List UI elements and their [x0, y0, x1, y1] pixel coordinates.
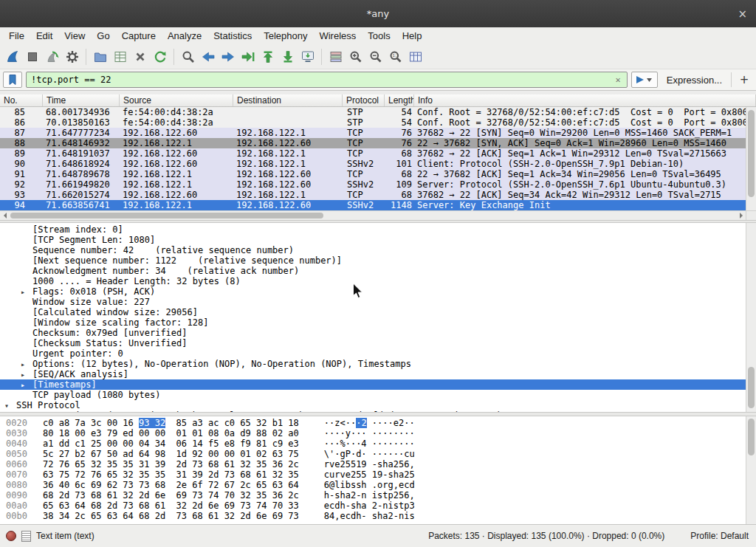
close-window-icon[interactable]: × — [738, 8, 747, 19]
menu-tools[interactable]: Tools — [362, 29, 396, 43]
packet-row-90[interactable]: 9071.648618924192.168.122.60192.168.122.… — [0, 159, 746, 169]
menu-statistics[interactable]: Statistics — [207, 29, 258, 43]
hex-row-0020[interactable]: 0020c0 a8 7a 3c 00 16 93 32 85 a3 ac c0 … — [0, 418, 746, 428]
menu-wireless[interactable]: Wireless — [313, 29, 362, 43]
expander-icon[interactable]: ▸ — [21, 370, 32, 379]
hex-row-00a0[interactable]: 00a065 63 64 68 2d 73 68 61 32 2d 6e 69 … — [0, 500, 746, 511]
detail-vscrollbar[interactable] — [746, 223, 756, 412]
hex-row-00b0[interactable]: 00b038 34 2c 65 63 64 68 2d 73 68 61 32 … — [0, 511, 746, 521]
menu-capture[interactable]: Capture — [116, 29, 162, 43]
stop-capture-button[interactable] — [22, 47, 42, 66]
menu-analyze[interactable]: Analyze — [162, 29, 207, 43]
zoom-out-button[interactable] — [365, 47, 385, 66]
detail-line[interactable]: 1000 .... = Header Length: 32 bytes (8) — [0, 276, 746, 286]
filter-clear-icon[interactable]: ✕ — [614, 75, 622, 85]
detail-line[interactable]: ▸Options: (12 bytes), No-Operation (NOP)… — [0, 359, 746, 369]
menu-view[interactable]: View — [58, 29, 91, 43]
auto-scroll-button[interactable] — [298, 47, 317, 66]
display-filter-input[interactable]: !tcp.port == 22 ✕ — [26, 72, 628, 88]
detail-line[interactable]: ▸[Timestamps] — [0, 379, 746, 390]
hex-row-0080[interactable]: 008036 40 6c 69 62 73 73 68 2e 6f 72 67 … — [0, 480, 746, 490]
resize-columns-button[interactable] — [405, 47, 425, 66]
menu-file[interactable]: File — [3, 29, 30, 43]
menu-edit[interactable]: Edit — [30, 29, 58, 43]
go-forward-button[interactable] — [218, 47, 238, 66]
filter-add-button[interactable]: + — [735, 72, 753, 88]
detail-line[interactable]: Sequence number: 42 (relative sequence n… — [0, 245, 746, 255]
detail-line[interactable]: ▸[SEQ/ACK analysis] — [0, 369, 746, 379]
packet-row-88[interactable]: 8871.648146932192.168.122.1192.168.122.6… — [0, 138, 746, 148]
detail-line[interactable]: SSH Version 2 (encryption:chacha20-poly1… — [0, 410, 746, 412]
packet-row-87[interactable]: 8771.647777234192.168.122.60192.168.122.… — [0, 128, 746, 138]
hex-vscrollbar[interactable] — [746, 416, 756, 524]
scroll-left-icon[interactable] — [0, 211, 10, 220]
start-capture-button[interactable] — [2, 47, 22, 66]
packet-row-86[interactable]: 8670.013850163fe:54:00:d4:38:2aSTP54Conf… — [0, 117, 746, 128]
scrollbar-thumb[interactable] — [10, 213, 323, 219]
expression-button[interactable]: Expression... — [662, 75, 727, 86]
find-packet-button[interactable] — [178, 47, 198, 66]
col-header-protocol[interactable]: Protocol — [343, 94, 385, 106]
scroll-right-icon[interactable] — [736, 211, 746, 220]
col-header-info[interactable]: Info — [414, 94, 756, 106]
expander-icon[interactable]: ▸ — [21, 380, 32, 390]
detail-line[interactable]: ▸Flags: 0x018 (PSH, ACK) — [0, 286, 746, 297]
packet-list-hscrollbar[interactable] — [0, 210, 746, 220]
detail-line[interactable]: [Calculated window size: 29056] — [0, 307, 746, 317]
hex-row-0040[interactable]: 0040a1 dd c1 25 00 00 04 34 06 14 f5 e8 … — [0, 438, 746, 449]
hex-row-0050[interactable]: 00505c 27 b2 67 50 ad 64 98 1d 92 00 00 … — [0, 449, 746, 459]
packet-list-vscrollbar[interactable] — [746, 107, 756, 210]
menu-help[interactable]: Help — [396, 29, 428, 43]
col-header-destination[interactable]: Destination — [233, 94, 343, 106]
zoom-in-button[interactable] — [346, 47, 365, 66]
scrollbar-thumb[interactable] — [748, 367, 755, 408]
filter-apply-button[interactable] — [631, 72, 658, 88]
expert-info-icon[interactable] — [6, 531, 16, 541]
col-header-no[interactable]: No. — [0, 94, 43, 106]
status-profile[interactable]: Profile: Default — [690, 531, 749, 541]
menu-go[interactable]: Go — [91, 29, 115, 43]
expander-icon[interactable]: ▸ — [21, 287, 32, 297]
detail-line[interactable]: TCP payload (1080 bytes) — [0, 390, 746, 400]
restart-capture-button[interactable] — [42, 47, 62, 66]
hex-row-0030[interactable]: 003080 18 00 e3 79 ed 00 00 01 01 08 0a … — [0, 428, 746, 438]
hex-row-0070[interactable]: 007063 75 72 76 65 32 35 35 31 39 2d 73 … — [0, 469, 746, 480]
col-header-source[interactable]: Source — [120, 94, 233, 106]
menu-telephony[interactable]: Telephony — [258, 29, 313, 43]
go-to-packet-button[interactable] — [238, 47, 258, 66]
detail-line[interactable]: [Next sequence number: 1122 (relative se… — [0, 255, 746, 266]
open-file-button[interactable] — [90, 47, 110, 66]
scrollbar-thumb[interactable] — [748, 419, 755, 455]
save-file-button[interactable] — [110, 47, 130, 66]
packet-row-89[interactable]: 8971.648191037192.168.122.60192.168.122.… — [0, 148, 746, 159]
detail-line[interactable]: [Stream index: 0] — [0, 224, 746, 235]
detail-line[interactable]: [Checksum Status: Unverified] — [0, 338, 746, 348]
packet-row-92[interactable]: 9271.661949820192.168.122.1192.168.122.6… — [0, 179, 746, 190]
detail-line[interactable]: Checksum: 0x79ed [unverified] — [0, 328, 746, 338]
packet-row-93[interactable]: 9371.662015274192.168.122.60192.168.122.… — [0, 190, 746, 200]
filter-bookmark-button[interactable] — [3, 72, 22, 88]
expander-icon[interactable]: ▾ — [4, 401, 16, 410]
detail-line[interactable]: [TCP Segment Len: 1080] — [0, 235, 746, 245]
capture-comment-icon[interactable] — [21, 531, 31, 542]
close-file-button[interactable] — [130, 47, 150, 66]
reload-file-button[interactable] — [150, 47, 170, 66]
expander-icon[interactable]: ▸ — [21, 359, 32, 369]
capture-options-button[interactable] — [62, 47, 82, 66]
col-header-time[interactable]: Time — [43, 94, 120, 106]
packet-row-94[interactable]: 9471.663856741192.168.122.1192.168.122.6… — [0, 200, 746, 210]
detail-line[interactable]: Window size value: 227 — [0, 297, 746, 307]
detail-line[interactable]: Acknowledgment number: 34 (relative ack … — [0, 266, 746, 276]
scrollbar-thumb[interactable] — [748, 110, 755, 197]
packet-row-85[interactable]: 8568.001734936fe:54:00:d4:38:2aSTP54Conf… — [0, 107, 746, 117]
zoom-reset-button[interactable]: 1:1 — [385, 47, 405, 66]
go-to-first-button[interactable] — [258, 47, 278, 66]
go-to-last-button[interactable] — [278, 47, 298, 66]
detail-line[interactable]: [Window size scaling factor: 128] — [0, 317, 746, 328]
hex-row-0060[interactable]: 006072 76 65 32 35 35 31 39 2d 73 68 61 … — [0, 459, 746, 469]
detail-line[interactable]: ▾SSH Protocol — [0, 400, 746, 410]
colorize-packets-button[interactable] — [326, 47, 346, 66]
detail-line[interactable]: Urgent pointer: 0 — [0, 348, 746, 359]
col-header-length[interactable]: Length — [385, 94, 414, 106]
hex-row-0090[interactable]: 009068 2d 73 68 61 32 2d 6e 69 73 74 70 … — [0, 490, 746, 500]
